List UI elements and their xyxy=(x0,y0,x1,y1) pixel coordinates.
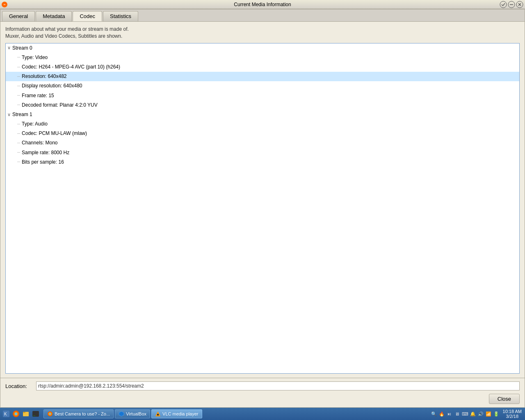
dialog: General Metadata Codec Statistics Inform… xyxy=(0,9,525,408)
taskbar-clock: 10:18 AM 3/2/18 xyxy=(501,409,523,419)
info-text: Information about what your media or str… xyxy=(5,26,520,40)
window-controls xyxy=(500,1,523,8)
stream0-header[interactable]: ∨ Stream 0 xyxy=(6,43,519,53)
taskbar-left: K _ xyxy=(2,409,202,418)
tab-codec[interactable]: Codec xyxy=(73,11,102,21)
tab-statistics[interactable]: Statistics xyxy=(103,11,138,21)
tree-line-10: ─ xyxy=(17,159,20,165)
tray-icon-1: 🔍 xyxy=(431,411,437,417)
svg-point-16 xyxy=(49,413,51,415)
tree-line-8: ─ xyxy=(17,140,20,146)
svg-point-1 xyxy=(500,1,507,8)
info-line1: Information about what your media or str… xyxy=(5,26,520,33)
location-label: Location: xyxy=(5,383,36,389)
stream1-type: Type: Audio xyxy=(22,120,48,128)
close-icon[interactable] xyxy=(516,1,523,8)
stream0-resolution: Resolution: 640x482 xyxy=(22,73,66,80)
stream0-type: Type: Video xyxy=(22,54,48,62)
title-bar-left xyxy=(2,2,7,7)
tree-line-1: ─ xyxy=(17,64,20,71)
svg-rect-19 xyxy=(157,414,159,415)
stream0-prop-2: ─ Resolution: 640x482 xyxy=(6,72,519,81)
tree-line-3: ─ xyxy=(17,83,20,89)
stream1-prop-0: ─ Type: Audio xyxy=(6,119,519,129)
codec-tree[interactable]: ∨ Stream 0 ─ Type: Video ─ Codec: H264 -… xyxy=(5,43,520,374)
taskbar-firefox-icon[interactable] xyxy=(11,409,21,418)
checkmark-icon xyxy=(500,1,507,8)
tray-icon-2: 🔥 xyxy=(438,411,445,417)
button-row: Close xyxy=(5,394,520,404)
taskbar-app-vbox-label: VirtualBox xyxy=(126,411,146,416)
app-icon xyxy=(2,2,7,7)
stream1-header[interactable]: ∨ Stream 1 xyxy=(6,110,519,119)
tree-line-2: ─ xyxy=(17,73,20,80)
taskbar-app-vbox[interactable]: VirtualBox xyxy=(115,409,150,418)
clock-time: 10:18 AM xyxy=(503,409,522,414)
svg-rect-3 xyxy=(510,4,513,5)
taskbar-files-icon[interactable] xyxy=(21,409,30,418)
tab-bar: General Metadata Codec Statistics xyxy=(0,9,525,22)
svg-point-9 xyxy=(15,413,17,415)
browser-app-icon xyxy=(47,411,53,417)
stream0-prop-1: ─ Codec: H264 - MPEG-4 AVC (part 10) (h2… xyxy=(6,62,519,72)
taskbar-start-icon[interactable]: K xyxy=(2,409,11,418)
close-button[interactable]: Close xyxy=(489,394,520,404)
stream1-samplerate: Sample rate: 8000 Hz xyxy=(22,149,69,157)
bottom-section: Location: Close xyxy=(0,378,525,407)
clock-date: 3/2/18 xyxy=(503,414,522,419)
tray-icon-6: 🔔 xyxy=(470,411,476,417)
tab-general[interactable]: General xyxy=(2,11,35,21)
stream0-framerate: Frame rate: 15 xyxy=(22,92,54,100)
stream0-prop-3: ─ Display resolution: 640x480 xyxy=(6,81,519,91)
stream0-prop-4: ─ Frame rate: 15 xyxy=(6,91,519,100)
tree-line-7: ─ xyxy=(17,130,20,137)
tray-icon-3: ⏯ xyxy=(446,411,453,417)
tree-line-4: ─ xyxy=(17,92,20,99)
taskbar-app-vlc-label: VLC media player xyxy=(162,411,198,416)
stream0-decoded-format: Decoded format: Planar 4:2:0 YUV xyxy=(22,101,98,109)
taskbar-app-browser[interactable]: Best Camera to use? - Zo... xyxy=(43,409,114,418)
window-title: Current Media Information xyxy=(234,2,291,7)
stream1-bitspersample: Bits per sample: 16 xyxy=(22,158,64,166)
minimize-icon[interactable] xyxy=(508,1,515,8)
stream1-expand-icon[interactable]: ∨ xyxy=(7,111,11,119)
svg-rect-11 xyxy=(23,412,25,413)
taskbar-right: 🔍 🔥 ⏯ 🖥 ⌨ 🔔 🔊 📶 🔋 10:18 AM 3/2/18 xyxy=(431,409,523,419)
stream1-codec: Codec: PCM MU-LAW (mlaw) xyxy=(22,130,87,137)
stream1-prop-1: ─ Codec: PCM MU-LAW (mlaw) xyxy=(6,129,519,138)
tray-icon-5: ⌨ xyxy=(462,411,468,417)
vlc-app-icon xyxy=(155,411,161,417)
stream1-prop-2: ─ Channels: Mono xyxy=(6,138,519,148)
tray-volume-icon[interactable]: 🔊 xyxy=(477,411,484,417)
tree-line-6: ─ xyxy=(17,121,20,128)
tab-metadata[interactable]: Metadata xyxy=(36,11,72,21)
tray-icon-4: 🖥 xyxy=(454,411,461,417)
stream1-channels: Channels: Mono xyxy=(22,139,57,147)
stream0-label: Stream 0 xyxy=(12,44,32,52)
info-line2: Muxer, Audio and Video Codecs, Subtitles… xyxy=(5,33,520,40)
tray-network-icon[interactable]: 📶 xyxy=(485,411,492,417)
taskbar-app-vlc[interactable]: VLC media player xyxy=(151,409,202,418)
svg-text:K: K xyxy=(4,412,7,416)
svg-text:_: _ xyxy=(33,412,35,416)
taskbar-app-browser-label: Best Camera to use? - Zo... xyxy=(55,411,110,416)
stream0-codec: Codec: H264 - MPEG-4 AVC (part 10) (h264… xyxy=(22,63,120,71)
stream1-label: Stream 1 xyxy=(12,111,32,119)
taskbar: K _ xyxy=(0,408,525,420)
vbox-app-icon xyxy=(119,411,124,417)
system-tray: 🔍 🔥 ⏯ 🖥 ⌨ 🔔 🔊 📶 🔋 xyxy=(431,411,500,417)
stream0-prop-0: ─ Type: Video xyxy=(6,53,519,62)
tray-battery-icon[interactable]: 🔋 xyxy=(493,411,500,417)
location-input[interactable] xyxy=(36,381,520,390)
taskbar-term-icon[interactable]: _ xyxy=(31,409,40,418)
stream0-expand-icon[interactable]: ∨ xyxy=(7,44,11,52)
title-bar: Current Media Information xyxy=(0,0,525,9)
stream0-display-resolution: Display resolution: 640x480 xyxy=(22,82,82,90)
location-row: Location: xyxy=(5,381,520,390)
tree-line-9: ─ xyxy=(17,149,20,156)
tree-line-0: ─ xyxy=(17,54,20,61)
content-area: Information about what your media or str… xyxy=(0,22,525,378)
stream1-prop-4: ─ Bits per sample: 16 xyxy=(6,158,519,167)
tree-line-5: ─ xyxy=(17,102,20,108)
stream1-prop-3: ─ Sample rate: 8000 Hz xyxy=(6,148,519,158)
